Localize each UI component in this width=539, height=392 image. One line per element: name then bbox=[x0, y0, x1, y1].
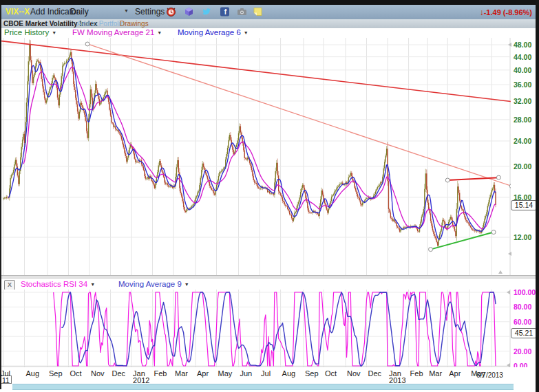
timeframe-dropdown[interactable]: Daily ▼ bbox=[70, 7, 128, 17]
price-axis-tick: 20.00 bbox=[514, 162, 537, 171]
alarm-clock-icon[interactable] bbox=[165, 6, 177, 17]
axis-marker bbox=[507, 290, 510, 294]
last-price-box: 15.14 bbox=[511, 200, 537, 210]
close-indicator-button[interactable]: X bbox=[4, 280, 15, 290]
legend-ma6-label: Moving Average 6 bbox=[178, 28, 241, 36]
indicator-axis-tick: 60.00 bbox=[514, 318, 537, 326]
month-label: Dec bbox=[112, 369, 125, 378]
price-chart-canvas[interactable] bbox=[0, 38, 511, 275]
month-label: Jul bbox=[261, 369, 271, 378]
chevron-down-icon: ▼ bbox=[157, 30, 162, 35]
legend-price-history[interactable]: Price History▼ bbox=[4, 28, 56, 36]
window-left-strip bbox=[0, 5, 1, 389]
month-label: Mar bbox=[429, 369, 442, 378]
price-axis-tick: 12.00 bbox=[514, 233, 537, 241]
timeframe-value: Daily bbox=[70, 7, 89, 17]
month-label: Apr bbox=[449, 369, 461, 378]
trendline[interactable] bbox=[431, 232, 494, 250]
main-toolbar: VIX--X Add Indicator Daily ▼ Settings f … bbox=[0, 5, 539, 20]
month-label: Nov bbox=[91, 369, 105, 378]
trendline-handle[interactable] bbox=[85, 42, 89, 46]
settings-button[interactable]: Settings bbox=[135, 7, 165, 17]
cube-icon[interactable] bbox=[183, 6, 195, 17]
indicator-chart-canvas[interactable] bbox=[0, 290, 511, 367]
trendline-handle[interactable] bbox=[445, 178, 450, 182]
indicator-value-box: 45.21 bbox=[511, 328, 537, 338]
stochastics-rsi-line bbox=[54, 292, 496, 366]
chevron-down-icon: ▼ bbox=[90, 282, 95, 287]
chevron-down-icon: ▼ bbox=[244, 30, 249, 35]
trading-app-window: VIX--X Add Indicator Daily ▼ Settings f … bbox=[0, 0, 539, 392]
legend-moving-average-6[interactable]: Moving Average 6▼ bbox=[178, 28, 249, 36]
month-label: Mar bbox=[175, 369, 188, 378]
legend-stochastics-rsi[interactable]: Stochastics RSI 34▼ bbox=[21, 280, 95, 288]
time-axis: 11 6/7/2013 JulAugSepOctNovDecJan2012Feb… bbox=[0, 367, 536, 384]
month-label: Jun bbox=[240, 369, 253, 378]
chevron-down-icon: ▼ bbox=[52, 30, 56, 35]
month-label: Dec bbox=[368, 369, 382, 378]
price-axis-tick: 24.00 bbox=[514, 137, 537, 145]
legend-price-history-label: Price History bbox=[4, 28, 49, 36]
change-value: -1.49 (-8.96%) bbox=[484, 8, 532, 17]
add-to-portfolio-link[interactable]: Add to Portfolio bbox=[77, 20, 124, 28]
price-change-indicator: ↓-1.49 (-8.96%) bbox=[480, 8, 532, 17]
sub-toolbar: CBOE Market Volatility Index Add to Port… bbox=[0, 19, 539, 29]
price-chart-legend: Price History▼ FW Moving Average 21▼ Mov… bbox=[0, 28, 539, 38]
axis-marker bbox=[508, 43, 511, 47]
trendline-handle[interactable] bbox=[509, 184, 511, 188]
facebook-icon[interactable]: f bbox=[219, 6, 231, 17]
legend-moving-average-9[interactable]: Moving Average 9▼ bbox=[118, 280, 189, 288]
month-label: Sep bbox=[49, 369, 63, 378]
legend-ma9-label: Moving Average 9 bbox=[118, 280, 182, 288]
trendline-handle[interactable] bbox=[496, 175, 500, 179]
month-label: Oct bbox=[325, 369, 337, 378]
indicator-chart-panel[interactable]: 100.0080.0060.0020.000.00 45.21 bbox=[0, 290, 536, 367]
trendline-handle[interactable] bbox=[492, 230, 496, 235]
month-label: Feb bbox=[410, 369, 423, 378]
price-axis-tick: 28.00 bbox=[514, 116, 537, 124]
month-label: Jul bbox=[1, 369, 10, 378]
month-label: Sep bbox=[305, 369, 319, 378]
symbol-label: VIX--X bbox=[6, 7, 30, 17]
legend-ma21-label: FW Moving Average 21 bbox=[72, 28, 154, 36]
window-top-strip bbox=[0, 0, 539, 5]
legend-fw-moving-average-21[interactable]: FW Moving Average 21▼ bbox=[72, 28, 162, 36]
month-label: Feb bbox=[154, 369, 167, 378]
moving-average-6-line bbox=[8, 58, 496, 239]
sticky-note-icon[interactable] bbox=[252, 6, 264, 17]
month-label: Oct bbox=[70, 369, 81, 378]
twitter-icon[interactable] bbox=[201, 6, 213, 17]
trendline-handle[interactable] bbox=[429, 248, 433, 252]
axis-marker bbox=[498, 270, 503, 274]
month-label: May bbox=[218, 369, 233, 378]
price-axis-tick: 36.00 bbox=[514, 80, 537, 89]
chevron-down-icon: ▼ bbox=[124, 8, 129, 13]
camera-icon[interactable] bbox=[236, 6, 248, 17]
window-right-strip bbox=[536, 0, 539, 392]
panel-divider[interactable] bbox=[0, 275, 536, 279]
indicator-axis-tick: 20.00 bbox=[514, 347, 537, 356]
price-axis-tick: 40.00 bbox=[514, 66, 537, 74]
price-axis-tick: 44.00 bbox=[514, 53, 537, 61]
price-axis-tick: 48.00 bbox=[514, 41, 537, 49]
month-label: Nov bbox=[347, 369, 361, 378]
drawings-link[interactable]: Drawings bbox=[120, 20, 149, 28]
indicator-axis-tick: 80.00 bbox=[514, 303, 537, 311]
axis-marker bbox=[508, 252, 511, 256]
price-axis-tick: 32.00 bbox=[514, 97, 537, 105]
indicator-panel-header: X Stochastics RSI 34▼ Moving Average 9▼ bbox=[0, 279, 536, 290]
price-chart-panel[interactable]: 48.0044.0040.0036.0032.0028.0024.0020.00… bbox=[0, 38, 536, 275]
horizontal-scrollbar[interactable] bbox=[12, 384, 514, 390]
month-label: Aug bbox=[282, 369, 296, 378]
chevron-down-icon: ▼ bbox=[184, 282, 189, 287]
month-label: Apr bbox=[197, 369, 209, 378]
legend-stoch-label: Stochastics RSI 34 bbox=[21, 280, 87, 288]
month-label: Aug bbox=[26, 369, 40, 378]
month-label: May bbox=[471, 369, 485, 378]
indicator-axis-tick: 100.00 bbox=[514, 288, 537, 296]
